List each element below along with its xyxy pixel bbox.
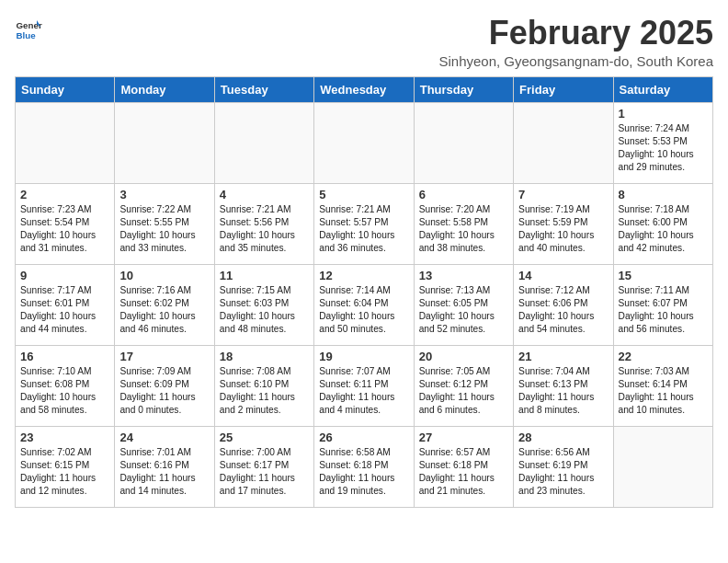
day-cell: 23Sunrise: 7:02 AM Sunset: 6:15 PM Dayli… — [16, 426, 115, 507]
weekday-header-friday: Friday — [514, 76, 613, 102]
weekday-header-row: SundayMondayTuesdayWednesdayThursdayFrid… — [16, 76, 713, 102]
day-info: Sunrise: 7:23 AM Sunset: 5:54 PM Dayligh… — [20, 203, 109, 256]
day-cell: 2Sunrise: 7:23 AM Sunset: 5:54 PM Daylig… — [16, 183, 115, 264]
day-cell — [613, 426, 712, 507]
day-number: 3 — [119, 188, 209, 201]
day-number: 12 — [319, 269, 408, 282]
day-info: Sunrise: 7:22 AM Sunset: 5:55 PM Dayligh… — [119, 203, 209, 256]
weekday-header-sunday: Sunday — [16, 76, 115, 102]
day-number: 11 — [220, 269, 309, 282]
day-info: Sunrise: 7:04 AM Sunset: 6:13 PM Dayligh… — [518, 365, 608, 418]
day-number: 26 — [319, 431, 408, 444]
day-cell: 5Sunrise: 7:21 AM Sunset: 5:57 PM Daylig… — [314, 183, 414, 264]
day-number: 27 — [419, 431, 508, 444]
day-cell: 3Sunrise: 7:22 AM Sunset: 5:55 PM Daylig… — [115, 183, 214, 264]
logo-icon: General Blue — [15, 15, 42, 42]
week-row-4: 16Sunrise: 7:10 AM Sunset: 6:08 PM Dayli… — [16, 345, 713, 426]
day-number: 28 — [518, 431, 608, 444]
day-cell: 17Sunrise: 7:09 AM Sunset: 6:09 PM Dayli… — [115, 345, 214, 426]
day-number: 16 — [20, 350, 109, 363]
day-cell: 25Sunrise: 7:00 AM Sunset: 6:17 PM Dayli… — [214, 426, 313, 507]
day-number: 4 — [220, 188, 309, 201]
day-info: Sunrise: 7:20 AM Sunset: 5:58 PM Dayligh… — [419, 203, 508, 256]
day-info: Sunrise: 7:11 AM Sunset: 6:07 PM Dayligh… — [619, 284, 708, 337]
day-number: 9 — [20, 269, 109, 282]
day-cell: 7Sunrise: 7:19 AM Sunset: 5:59 PM Daylig… — [514, 183, 613, 264]
day-number: 14 — [518, 269, 608, 282]
day-cell: 9Sunrise: 7:17 AM Sunset: 6:01 PM Daylig… — [16, 264, 115, 345]
day-info: Sunrise: 7:24 AM Sunset: 5:53 PM Dayligh… — [619, 122, 708, 175]
day-number: 18 — [220, 350, 309, 363]
day-info: Sunrise: 7:05 AM Sunset: 6:12 PM Dayligh… — [419, 365, 508, 418]
day-cell: 27Sunrise: 6:57 AM Sunset: 6:18 PM Dayli… — [414, 426, 513, 507]
day-info: Sunrise: 7:16 AM Sunset: 6:02 PM Dayligh… — [119, 284, 209, 337]
day-info: Sunrise: 7:10 AM Sunset: 6:08 PM Dayligh… — [20, 365, 109, 418]
day-cell: 21Sunrise: 7:04 AM Sunset: 6:13 PM Dayli… — [514, 345, 613, 426]
day-number: 8 — [619, 188, 708, 201]
page-header: General Blue February 2025 Sinhyeon, Gye… — [15, 15, 713, 69]
weekday-header-thursday: Thursday — [414, 76, 513, 102]
day-cell — [115, 102, 214, 183]
day-number: 6 — [419, 188, 508, 201]
day-info: Sunrise: 7:21 AM Sunset: 5:57 PM Dayligh… — [319, 203, 408, 256]
day-cell: 6Sunrise: 7:20 AM Sunset: 5:58 PM Daylig… — [414, 183, 513, 264]
day-info: Sunrise: 7:01 AM Sunset: 6:16 PM Dayligh… — [119, 446, 209, 499]
weekday-header-saturday: Saturday — [613, 76, 712, 102]
day-info: Sunrise: 7:19 AM Sunset: 5:59 PM Dayligh… — [518, 203, 608, 256]
day-cell: 1Sunrise: 7:24 AM Sunset: 5:53 PM Daylig… — [613, 102, 712, 183]
day-number: 19 — [319, 350, 408, 363]
day-info: Sunrise: 7:09 AM Sunset: 6:09 PM Dayligh… — [119, 365, 209, 418]
day-cell: 8Sunrise: 7:18 AM Sunset: 6:00 PM Daylig… — [613, 183, 712, 264]
svg-text:Blue: Blue — [17, 30, 37, 40]
week-row-5: 23Sunrise: 7:02 AM Sunset: 6:15 PM Dayli… — [16, 426, 713, 507]
day-number: 21 — [518, 350, 608, 363]
day-cell: 13Sunrise: 7:13 AM Sunset: 6:05 PM Dayli… — [414, 264, 513, 345]
week-row-1: 1Sunrise: 7:24 AM Sunset: 5:53 PM Daylig… — [16, 102, 713, 183]
day-info: Sunrise: 7:07 AM Sunset: 6:11 PM Dayligh… — [319, 365, 408, 418]
day-number: 17 — [119, 350, 209, 363]
weekday-header-monday: Monday — [115, 76, 214, 102]
day-info: Sunrise: 7:17 AM Sunset: 6:01 PM Dayligh… — [20, 284, 109, 337]
day-cell: 24Sunrise: 7:01 AM Sunset: 6:16 PM Dayli… — [115, 426, 214, 507]
day-number: 7 — [518, 188, 608, 201]
day-cell — [514, 102, 613, 183]
day-number: 2 — [20, 188, 109, 201]
weekday-header-wednesday: Wednesday — [314, 76, 414, 102]
day-cell — [314, 102, 414, 183]
day-info: Sunrise: 7:08 AM Sunset: 6:10 PM Dayligh… — [220, 365, 309, 418]
day-cell: 18Sunrise: 7:08 AM Sunset: 6:10 PM Dayli… — [214, 345, 313, 426]
day-cell: 15Sunrise: 7:11 AM Sunset: 6:07 PM Dayli… — [613, 264, 712, 345]
day-info: Sunrise: 7:03 AM Sunset: 6:14 PM Dayligh… — [619, 365, 708, 418]
location-title: Sinhyeon, Gyeongsangnam-do, South Korea — [438, 53, 713, 69]
day-cell: 20Sunrise: 7:05 AM Sunset: 6:12 PM Dayli… — [414, 345, 513, 426]
month-title: February 2025 — [438, 15, 713, 52]
day-number: 22 — [619, 350, 708, 363]
day-cell: 22Sunrise: 7:03 AM Sunset: 6:14 PM Dayli… — [613, 345, 712, 426]
day-number: 10 — [119, 269, 209, 282]
day-number: 15 — [619, 269, 708, 282]
day-info: Sunrise: 6:56 AM Sunset: 6:19 PM Dayligh… — [518, 446, 608, 499]
day-number: 1 — [619, 107, 708, 121]
title-block: February 2025 Sinhyeon, Gyeongsangnam-do… — [438, 15, 713, 69]
day-info: Sunrise: 7:00 AM Sunset: 6:17 PM Dayligh… — [220, 446, 309, 499]
day-number: 25 — [220, 431, 309, 444]
day-number: 24 — [119, 431, 209, 444]
logo: General Blue — [15, 15, 42, 42]
day-cell: 14Sunrise: 7:12 AM Sunset: 6:06 PM Dayli… — [514, 264, 613, 345]
day-cell: 28Sunrise: 6:56 AM Sunset: 6:19 PM Dayli… — [514, 426, 613, 507]
calendar-table: SundayMondayTuesdayWednesdayThursdayFrid… — [15, 76, 713, 508]
week-row-3: 9Sunrise: 7:17 AM Sunset: 6:01 PM Daylig… — [16, 264, 713, 345]
day-cell: 11Sunrise: 7:15 AM Sunset: 6:03 PM Dayli… — [214, 264, 313, 345]
day-number: 20 — [419, 350, 508, 363]
day-info: Sunrise: 7:15 AM Sunset: 6:03 PM Dayligh… — [220, 284, 309, 337]
week-row-2: 2Sunrise: 7:23 AM Sunset: 5:54 PM Daylig… — [16, 183, 713, 264]
day-cell — [414, 102, 513, 183]
day-info: Sunrise: 6:57 AM Sunset: 6:18 PM Dayligh… — [419, 446, 508, 499]
day-info: Sunrise: 7:02 AM Sunset: 6:15 PM Dayligh… — [20, 446, 109, 499]
day-info: Sunrise: 7:21 AM Sunset: 5:56 PM Dayligh… — [220, 203, 309, 256]
day-cell — [214, 102, 313, 183]
day-number: 23 — [20, 431, 109, 444]
day-cell: 16Sunrise: 7:10 AM Sunset: 6:08 PM Dayli… — [16, 345, 115, 426]
day-cell — [16, 102, 115, 183]
weekday-header-tuesday: Tuesday — [214, 76, 313, 102]
